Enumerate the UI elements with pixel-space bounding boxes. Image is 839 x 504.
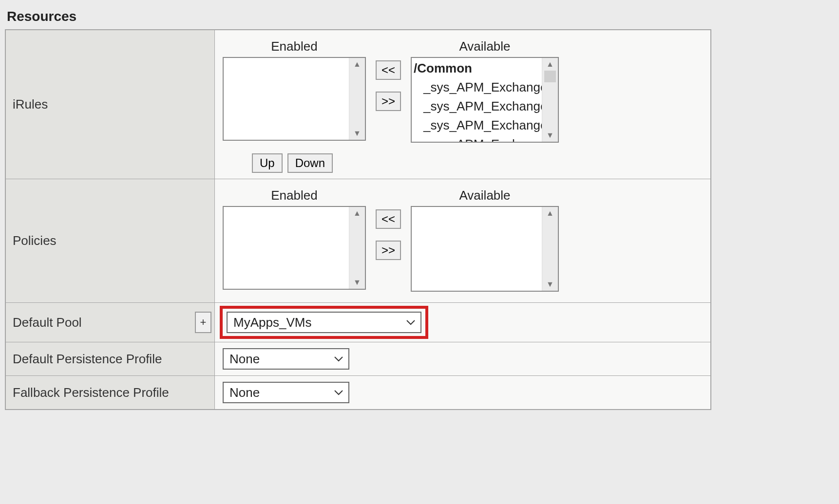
scroll-down-icon[interactable]: ▼ xyxy=(353,127,361,140)
fallback-persistence-value: None xyxy=(229,385,325,400)
scroll-down-icon[interactable]: ▼ xyxy=(353,276,361,289)
scrollbar[interactable]: ▲ ▼ xyxy=(542,58,558,142)
label-policies: Policies xyxy=(5,179,215,303)
policies-available-listbox[interactable]: ▲ ▼ xyxy=(411,206,559,292)
list-item[interactable]: _sys_APM_ExchangeSupport_OA xyxy=(414,78,540,97)
policies-enabled-header: Enabled xyxy=(271,188,317,203)
scroll-down-icon[interactable]: ▼ xyxy=(546,278,554,291)
chevron-down-icon xyxy=(406,319,416,325)
add-pool-button[interactable]: + xyxy=(195,312,211,333)
policies-enabled-listbox[interactable]: ▲ ▼ xyxy=(223,206,366,290)
scroll-up-icon[interactable]: ▲ xyxy=(546,58,554,71)
row-default-pool: Default Pool + MyApps_VMs xyxy=(5,303,711,342)
irules-enabled-listbox[interactable]: ▲ ▼ xyxy=(223,57,366,141)
row-default-persistence: Default Persistence Profile None xyxy=(5,342,711,376)
policies-available-header: Available xyxy=(459,188,511,203)
default-pool-value: MyApps_VMs xyxy=(233,315,397,330)
row-fallback-persistence: Fallback Persistence Profile None xyxy=(5,376,711,410)
row-policies: Policies Enabled ▲ ▼ << xyxy=(5,179,711,303)
default-pool-label-text: Default Pool xyxy=(13,315,82,330)
list-item[interactable]: _sys_APM_ExchangeSupport_ma xyxy=(414,135,540,142)
chevron-down-icon xyxy=(334,356,343,362)
move-left-button[interactable]: << xyxy=(376,60,401,80)
down-button[interactable]: Down xyxy=(287,153,333,173)
up-button[interactable]: Up xyxy=(252,153,283,173)
scroll-thumb[interactable] xyxy=(544,71,556,82)
irules-enabled-header: Enabled xyxy=(271,39,317,54)
resources-table: iRules Enabled ▲ ▼ xyxy=(5,29,711,410)
default-persistence-select[interactable]: None xyxy=(223,348,349,370)
fallback-persistence-select[interactable]: None xyxy=(223,382,349,403)
scroll-down-icon[interactable]: ▼ xyxy=(546,129,554,142)
scroll-up-icon[interactable]: ▲ xyxy=(353,207,361,220)
scrollbar[interactable]: ▲ ▼ xyxy=(542,207,558,291)
row-irules: iRules Enabled ▲ ▼ xyxy=(5,30,711,179)
move-left-button[interactable]: << xyxy=(376,209,401,229)
chevron-down-icon xyxy=(334,390,343,395)
list-item[interactable]: _sys_APM_ExchangeSupport_he xyxy=(414,116,540,135)
highlight-annotation: MyApps_VMs xyxy=(220,306,428,339)
available-group-label: /Common xyxy=(414,59,540,78)
scrollbar[interactable]: ▲ ▼ xyxy=(349,207,365,289)
section-title: Resources xyxy=(5,5,834,29)
label-irules: iRules xyxy=(5,30,215,179)
move-right-button[interactable]: >> xyxy=(376,92,401,111)
label-fallback-persistence: Fallback Persistence Profile xyxy=(5,376,215,410)
list-item[interactable]: _sys_APM_ExchangeSupport_OA xyxy=(414,97,540,116)
irules-available-listbox[interactable]: /Common _sys_APM_ExchangeSupport_OA _sys… xyxy=(411,57,559,143)
move-right-button[interactable]: >> xyxy=(376,241,401,260)
scroll-up-icon[interactable]: ▲ xyxy=(353,58,361,71)
default-persistence-value: None xyxy=(229,352,325,367)
scrollbar[interactable]: ▲ ▼ xyxy=(349,58,365,140)
label-default-persistence: Default Persistence Profile xyxy=(5,342,215,376)
default-pool-select[interactable]: MyApps_VMs xyxy=(227,312,421,333)
label-default-pool: Default Pool + xyxy=(5,303,215,342)
scroll-up-icon[interactable]: ▲ xyxy=(546,207,554,220)
irules-available-header: Available xyxy=(459,39,511,54)
